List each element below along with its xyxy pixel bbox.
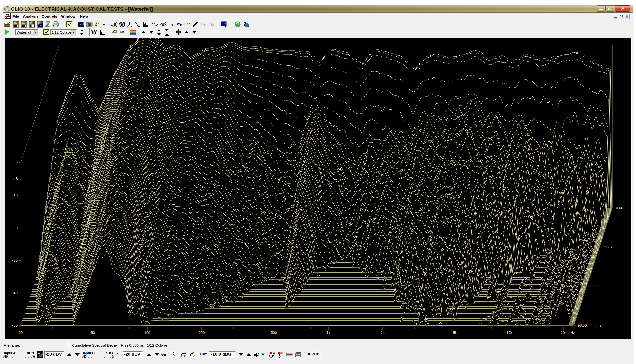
svg-text:32.67: 32.67 — [603, 245, 612, 249]
svg-text:B: B — [192, 352, 194, 354]
svg-text:5k: 5k — [453, 330, 457, 334]
svg-text:-50: -50 — [12, 323, 18, 328]
svg-text:A: A — [273, 352, 275, 354]
svg-text:dB: dB — [14, 176, 18, 180]
svg-text:50: 50 — [91, 330, 95, 334]
svg-text:20k: 20k — [561, 330, 567, 334]
svg-text:98.00: 98.00 — [578, 323, 587, 328]
svg-text:20: 20 — [19, 330, 23, 334]
svg-text:1k: 1k — [326, 330, 330, 334]
svg-text:100: 100 — [144, 330, 150, 334]
svg-text:mls: mls — [120, 30, 124, 32]
svg-text:-20: -20 — [12, 226, 18, 230]
svg-text:-30: -30 — [12, 258, 18, 262]
svg-text:B: B — [281, 352, 283, 354]
svg-text:0: 0 — [16, 160, 18, 165]
svg-text:200: 200 — [199, 330, 205, 334]
svg-text:Hz: Hz — [570, 330, 575, 334]
svg-text:500: 500 — [271, 330, 277, 334]
svg-text:2k: 2k — [381, 330, 385, 334]
svg-text:-40: -40 — [12, 291, 18, 295]
svg-text:ms: ms — [596, 323, 601, 328]
svg-text:65.33: 65.33 — [590, 284, 600, 288]
svg-text:A: A — [184, 352, 186, 354]
svg-text:-10: -10 — [12, 193, 18, 197]
svg-text:0.00: 0.00 — [616, 206, 623, 210]
svg-text:10k: 10k — [506, 330, 512, 334]
svg-text:A: A — [23, 22, 25, 24]
